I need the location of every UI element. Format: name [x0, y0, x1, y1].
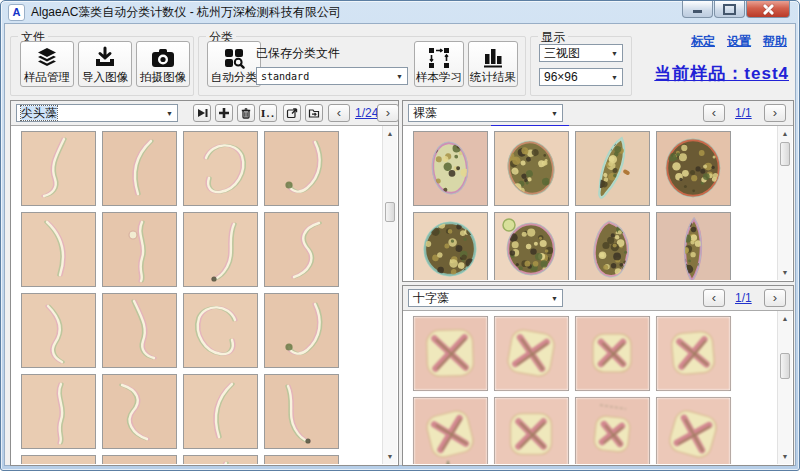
- thumbnail-right_top-4[interactable]: [656, 131, 731, 206]
- thumbnail-right_top-8[interactable]: [656, 212, 731, 280]
- thumbnail-right_top-7[interactable]: [575, 212, 650, 280]
- panel-right-bottom-header: 十字藻 ▼ ‹ 1/1 ›: [403, 286, 793, 311]
- window-title: AlgaeAC藻类自动分类计数仪 - 杭州万深检测科技有限公司: [31, 4, 341, 21]
- title-bar[interactable]: A AlgaeAC藻类自动分类计数仪 - 杭州万深检测科技有限公司: [1, 1, 799, 23]
- next-page-button-right-top[interactable]: ›: [764, 104, 786, 122]
- prev-page-button-right-bottom[interactable]: ‹: [703, 289, 725, 307]
- capture-images-button[interactable]: 拍摄图像: [136, 41, 190, 87]
- layers-icon: [35, 46, 59, 70]
- export-image-button[interactable]: [283, 104, 301, 122]
- thumbnail-left-3[interactable]: [183, 131, 258, 206]
- add-button[interactable]: [215, 104, 233, 122]
- current-sample-label[interactable]: 当前样品：test4: [654, 62, 789, 85]
- species-right-bottom-value: 十字藻: [413, 291, 449, 305]
- page-indicator-left[interactable]: 1/24: [355, 106, 378, 120]
- thumbnail-grid-right-top: [404, 126, 776, 280]
- help-link[interactable]: 帮助: [763, 33, 787, 50]
- chevron-down-icon: ▼: [607, 50, 622, 57]
- prev-page-button-left[interactable]: ‹: [328, 104, 350, 122]
- thumbnail-right_bottom-1[interactable]: [413, 316, 488, 391]
- import-icon: [93, 46, 117, 70]
- scroll-down-icon[interactable]: ▼: [778, 266, 792, 279]
- thumbnail-right_bottom-6[interactable]: [494, 397, 569, 464]
- thumbnail-left-14[interactable]: [102, 374, 177, 449]
- cell-size-select[interactable]: 96×96 ▼: [539, 68, 623, 86]
- species-left-value: 尖头藻: [21, 106, 57, 120]
- scrollbar-right-bottom-panel[interactable]: ▲ ▼: [777, 311, 792, 464]
- thumbnail-left-15[interactable]: [183, 374, 258, 449]
- scroll-up-icon[interactable]: ▲: [383, 127, 397, 140]
- thumbnail-left-5[interactable]: [21, 212, 96, 287]
- prev-page-button-right-top[interactable]: ‹: [703, 104, 725, 122]
- rename-button[interactable]: I..: [259, 104, 277, 122]
- close-button[interactable]: [746, 1, 790, 18]
- scroll-down-icon[interactable]: ▼: [383, 450, 397, 463]
- page-indicator-right-top[interactable]: 1/1: [735, 106, 752, 120]
- import-images-button[interactable]: 导入图像: [78, 41, 132, 87]
- scroll-up-icon[interactable]: ▲: [778, 312, 792, 325]
- thumbnail-left-11[interactable]: [183, 293, 258, 368]
- species-select-left[interactable]: 尖头藻 ▼: [16, 104, 178, 122]
- move-to-folder-button[interactable]: [305, 104, 323, 122]
- auto-classify-button[interactable]: 自动分类: [207, 41, 261, 87]
- thumbnail-left-7[interactable]: [183, 212, 258, 287]
- classify-group: 分类 自动分类 已保存分类文件 standard ▼: [198, 36, 526, 96]
- thumbnail-left-13[interactable]: [21, 374, 96, 449]
- scrollbar-left-panel[interactable]: ▲ ▼: [382, 126, 397, 464]
- sample-manage-button[interactable]: 样品管理: [20, 41, 74, 87]
- display-group: 显示 三视图 ▼ 96×96 ▼: [530, 36, 632, 96]
- scrollbar-right-top-panel[interactable]: ▲ ▼: [777, 126, 792, 280]
- scroll-thumb[interactable]: [780, 142, 790, 166]
- thumbnail-right_bottom-4[interactable]: [656, 316, 731, 391]
- close-icon: [763, 4, 774, 15]
- thumbnail-right_bottom-3[interactable]: [575, 316, 650, 391]
- view-mode-select[interactable]: 三视图 ▼: [539, 44, 623, 62]
- statistics-label: 统计结果: [470, 71, 516, 84]
- thumbnail-left-1[interactable]: [21, 131, 96, 206]
- thumbnail-right_bottom-7[interactable]: [575, 397, 650, 464]
- scroll-thumb[interactable]: [780, 353, 790, 379]
- minimize-button[interactable]: [682, 1, 713, 18]
- thumbnail-right_top-6[interactable]: [494, 212, 569, 280]
- grid-search-icon: [222, 46, 246, 70]
- thumbnail-right_top-1[interactable]: [413, 131, 488, 206]
- page-indicator-right-bottom[interactable]: 1/1: [735, 291, 752, 305]
- thumbnail-right_top-3[interactable]: [575, 131, 650, 206]
- thumbnail-left-8[interactable]: [264, 212, 339, 287]
- thumbnail-right_top-5[interactable]: [413, 212, 488, 280]
- thumbnail-left-9[interactable]: [21, 293, 96, 368]
- thumbnail-right_bottom-8[interactable]: [656, 397, 731, 464]
- maximize-button[interactable]: [714, 1, 745, 18]
- calibrate-link[interactable]: 标定: [691, 33, 715, 50]
- next-page-button-right-bottom[interactable]: ›: [764, 289, 786, 307]
- skip-to-end-button[interactable]: [193, 104, 211, 122]
- bar-chart-icon: [482, 46, 504, 70]
- species-select-right-bottom[interactable]: 十字藻 ▼: [408, 289, 563, 307]
- thumbnail-left-19[interactable]: [183, 455, 258, 464]
- saved-file-select[interactable]: standard ▼: [256, 67, 408, 85]
- saved-file-value: standard: [257, 71, 392, 82]
- thumbnail-left-10[interactable]: [102, 293, 177, 368]
- species-select-right-top[interactable]: 裸藻 ▼: [408, 104, 563, 122]
- thumbnail-right_bottom-2[interactable]: [494, 316, 569, 391]
- top-links: 标定 设置 帮助: [691, 33, 787, 50]
- thumbnail-left-17[interactable]: [21, 455, 96, 464]
- panel-right-top-header: 裸藻 ▼ ‹ 1/1 ›: [403, 101, 793, 126]
- thumbnail-right_bottom-5[interactable]: [413, 397, 488, 464]
- thumbnail-left-12[interactable]: [264, 293, 339, 368]
- scroll-thumb[interactable]: [385, 202, 395, 222]
- thumbnail-left-18[interactable]: [102, 455, 177, 464]
- thumbnail-left-2[interactable]: [102, 131, 177, 206]
- thumbnail-left-4[interactable]: [264, 131, 339, 206]
- thumbnail-left-20[interactable]: [264, 455, 339, 464]
- settings-link[interactable]: 设置: [727, 33, 751, 50]
- delete-button[interactable]: [237, 104, 255, 122]
- scroll-up-icon[interactable]: ▲: [778, 127, 792, 140]
- thumbnail-left-16[interactable]: [264, 374, 339, 449]
- sample-learning-button[interactable]: 样本学习: [414, 41, 464, 87]
- thumbnail-right_top-2[interactable]: [494, 131, 569, 206]
- statistics-button[interactable]: 统计结果: [468, 41, 518, 87]
- next-page-button-left[interactable]: ›: [377, 104, 399, 122]
- scroll-down-icon[interactable]: ▼: [778, 450, 792, 463]
- thumbnail-left-6[interactable]: [102, 212, 177, 287]
